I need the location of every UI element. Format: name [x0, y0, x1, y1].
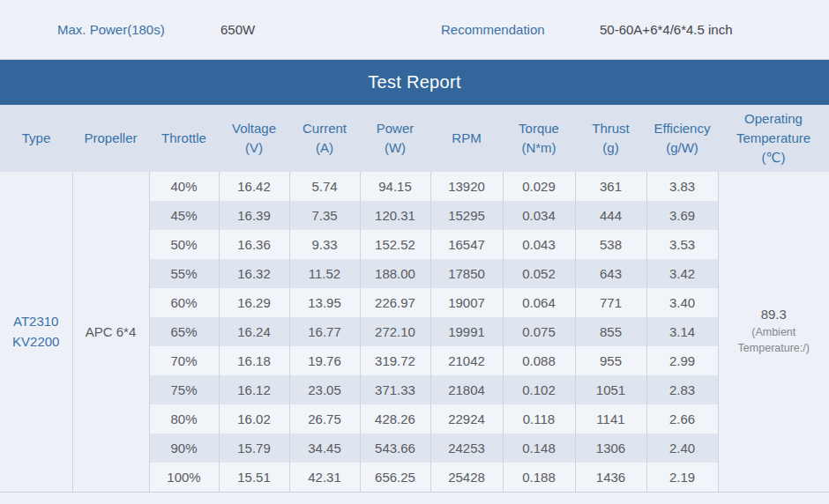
power-cell: 371.33	[360, 375, 430, 404]
thrust-cell: 955	[575, 346, 646, 375]
voltage-cell: 16.39	[219, 201, 289, 230]
throttle-cell: 50%	[149, 230, 219, 259]
torque-cell: 0.188	[503, 463, 575, 492]
ambient-temperature-note: (Ambient Temperature:/)	[719, 324, 829, 356]
current-cell: 42.31	[289, 463, 360, 492]
report-table-body: AT2310KV2200APC 6*440% 16.42 5.74 94.15 …	[0, 172, 829, 492]
current-cell: 7.35	[289, 201, 360, 230]
thrust-cell: 1141	[575, 404, 646, 434]
header-rpm: RPM	[430, 105, 503, 172]
test-report-title-bar: Test Report	[0, 60, 829, 105]
rpm-cell: 25428	[430, 463, 503, 492]
voltage-cell: 16.02	[219, 404, 289, 434]
rpm-cell: 21042	[430, 346, 503, 375]
thrust-cell: 1436	[575, 463, 646, 492]
torque-cell: 0.029	[503, 172, 575, 201]
efficiency-cell: 2.83	[646, 375, 718, 404]
throttle-cell: 65%	[149, 317, 219, 346]
table-header-row: Type Propeller Throttle Voltage(V) Curre…	[0, 105, 829, 172]
throttle-cell: 45%	[149, 201, 219, 230]
power-cell: 543.66	[360, 434, 430, 463]
thrust-cell: 855	[575, 317, 646, 346]
efficiency-cell: 2.66	[646, 404, 718, 434]
rpm-cell: 24253	[430, 434, 503, 463]
rpm-cell: 17850	[430, 259, 503, 288]
torque-cell: 0.148	[503, 434, 575, 463]
header-throttle: Throttle	[149, 105, 219, 172]
voltage-cell: 15.51	[219, 463, 289, 492]
type-line2: KV2200	[0, 331, 72, 352]
thrust-cell: 538	[575, 230, 646, 259]
torque-cell: 0.102	[503, 375, 575, 404]
thrust-cell: 771	[575, 288, 646, 317]
type-cell: AT2310KV2200	[0, 172, 72, 492]
header-propeller: Propeller	[72, 105, 149, 172]
rpm-cell: 13920	[430, 172, 503, 201]
power-cell: 120.31	[360, 201, 430, 230]
efficiency-cell: 3.42	[646, 259, 718, 288]
rpm-cell: 15295	[430, 201, 503, 230]
current-cell: 34.45	[289, 434, 360, 463]
power-cell: 226.97	[360, 288, 430, 317]
throttle-cell: 40%	[149, 172, 219, 201]
voltage-cell: 16.12	[219, 375, 289, 404]
torque-cell: 0.075	[503, 317, 575, 346]
operating-temperature-cell: 89.3(Ambient Temperature:/)	[718, 172, 829, 492]
rpm-cell: 22924	[430, 404, 503, 434]
rpm-cell: 16547	[430, 230, 503, 259]
voltage-cell: 16.24	[219, 317, 289, 346]
thrust-cell: 361	[575, 172, 646, 201]
header-operating-temperature: Operating Temperature(℃)	[718, 105, 829, 172]
voltage-cell: 15.79	[219, 434, 289, 463]
current-cell: 13.95	[289, 288, 360, 317]
max-power-value: 650W	[220, 0, 255, 59]
throttle-cell: 60%	[149, 288, 219, 317]
power-cell: 188.00	[360, 259, 430, 288]
rpm-cell: 21804	[430, 375, 503, 404]
torque-cell: 0.043	[503, 230, 575, 259]
current-cell: 26.75	[289, 404, 360, 434]
current-cell: 5.74	[289, 172, 360, 201]
rpm-cell: 19007	[430, 288, 503, 317]
efficiency-cell: 3.83	[646, 172, 718, 201]
efficiency-cell: 2.99	[646, 346, 718, 375]
voltage-cell: 16.18	[219, 346, 289, 375]
torque-cell: 0.052	[503, 259, 575, 288]
efficiency-cell: 3.40	[646, 288, 718, 317]
throttle-cell: 80%	[149, 404, 219, 434]
current-cell: 9.33	[289, 230, 360, 259]
efficiency-cell: 3.53	[646, 230, 718, 259]
spec-summary-bar: Max. Power(180s) 650W Recommendation 50-…	[0, 0, 829, 60]
header-torque: Torque(N*m)	[503, 105, 575, 172]
throttle-cell: 90%	[149, 434, 219, 463]
throttle-cell: 70%	[149, 346, 219, 375]
voltage-cell: 16.36	[219, 230, 289, 259]
header-efficiency: Efficiency(g/W)	[646, 105, 718, 172]
recommendation-label: Recommendation	[441, 0, 545, 59]
torque-cell: 0.118	[503, 404, 575, 434]
current-cell: 11.52	[289, 259, 360, 288]
temperature-value: 89.3	[719, 307, 829, 322]
page-title: Test Report	[368, 72, 461, 93]
torque-cell: 0.088	[503, 346, 575, 375]
efficiency-cell: 3.69	[646, 201, 718, 230]
throttle-cell: 75%	[149, 375, 219, 404]
motor-spec-page: Max. Power(180s) 650W Recommendation 50-…	[0, 0, 829, 504]
power-cell: 94.15	[360, 172, 430, 201]
rpm-cell: 19991	[430, 317, 503, 346]
torque-cell: 0.064	[503, 288, 575, 317]
power-cell: 656.25	[360, 463, 430, 492]
propeller-cell: APC 6*4	[72, 172, 149, 492]
table-row: AT2310KV2200APC 6*440% 16.42 5.74 94.15 …	[0, 172, 829, 201]
power-cell: 319.72	[360, 346, 430, 375]
header-voltage: Voltage(V)	[219, 105, 289, 172]
thrust-cell: 1306	[575, 434, 646, 463]
header-thrust: Thrust(g)	[575, 105, 646, 172]
power-cell: 152.52	[360, 230, 430, 259]
voltage-cell: 16.42	[219, 172, 289, 201]
throttle-cell: 55%	[149, 259, 219, 288]
thrust-cell: 1051	[575, 375, 646, 404]
throttle-cell: 100%	[149, 463, 219, 492]
current-cell: 16.77	[289, 317, 360, 346]
voltage-cell: 16.29	[219, 288, 289, 317]
